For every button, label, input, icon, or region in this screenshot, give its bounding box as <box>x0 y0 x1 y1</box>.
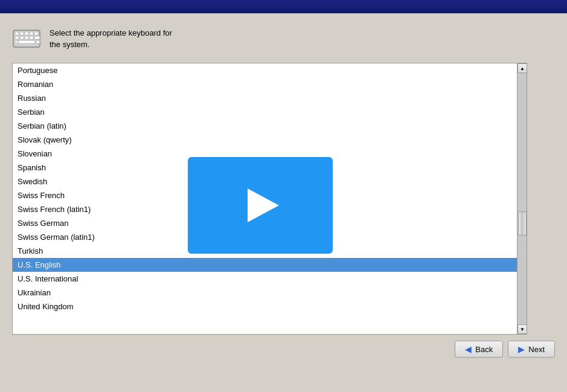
list-item[interactable]: Portuguese <box>13 63 517 77</box>
header-section: Select the appropriate keyboard forthe s… <box>12 24 555 53</box>
svg-rect-7 <box>20 36 24 39</box>
instruction-text: Select the appropriate keyboard forthe s… <box>50 27 172 51</box>
svg-rect-1 <box>15 32 19 35</box>
video-overlay[interactable] <box>188 157 333 254</box>
svg-rect-5 <box>34 32 38 35</box>
top-bar <box>0 0 567 13</box>
scroll-down-button[interactable]: ▼ <box>517 324 527 334</box>
svg-rect-8 <box>25 36 28 39</box>
svg-rect-6 <box>15 36 19 39</box>
keyboard-icon <box>12 24 41 53</box>
back-icon: ◀ <box>465 344 472 354</box>
svg-rect-11 <box>18 40 35 43</box>
scroll-up-button[interactable]: ▲ <box>517 63 527 73</box>
svg-rect-9 <box>30 36 33 39</box>
list-item[interactable]: Serbian <box>13 105 517 119</box>
back-button[interactable]: ◀ Back <box>455 341 503 358</box>
svg-rect-10 <box>34 36 40 39</box>
list-item[interactable]: Russian <box>13 91 517 105</box>
list-item[interactable]: U.S. English <box>13 258 517 272</box>
main-content: Select the appropriate keyboard forthe s… <box>0 13 567 364</box>
list-item[interactable]: Slovak (qwerty) <box>13 133 517 147</box>
list-item[interactable]: United Kingdom <box>13 300 517 313</box>
svg-rect-13 <box>36 40 40 43</box>
svg-rect-12 <box>15 40 18 43</box>
list-item[interactable]: U.S. International <box>13 272 517 286</box>
back-label: Back <box>475 345 493 354</box>
list-item[interactable]: Romanian <box>13 77 517 91</box>
footer-section: ◀ Back ▶ Next <box>12 341 555 358</box>
next-label: Next <box>528 345 545 354</box>
svg-rect-4 <box>30 32 33 35</box>
keyboard-list-container: PortugueseRomanianRussianSerbianSerbian … <box>12 63 527 335</box>
svg-rect-2 <box>20 32 24 35</box>
svg-rect-3 <box>25 32 28 35</box>
list-item[interactable]: Ukrainian <box>13 286 517 300</box>
list-item[interactable]: Serbian (latin) <box>13 119 517 133</box>
play-icon <box>248 188 279 222</box>
scrollbar-track[interactable] <box>517 73 527 324</box>
next-icon: ▶ <box>518 344 525 354</box>
scrollbar-thumb[interactable] <box>518 211 527 236</box>
scrollbar[interactable]: ▲ ▼ <box>517 63 527 334</box>
next-button[interactable]: ▶ Next <box>508 341 555 358</box>
